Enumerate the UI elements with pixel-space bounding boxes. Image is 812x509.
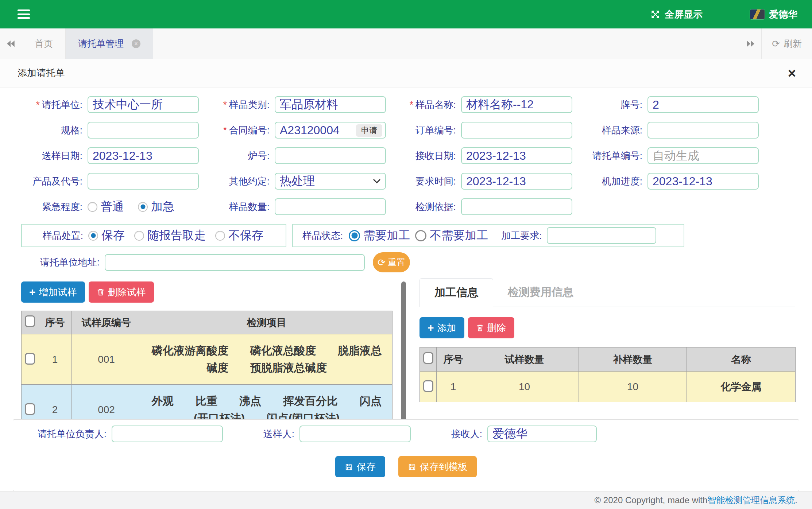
- refresh-button[interactable]: ⟳ 刷新: [761, 28, 812, 59]
- reset-button[interactable]: ⟳ 重置: [373, 252, 410, 272]
- qtyd-select[interactable]: 热处理: [275, 173, 386, 190]
- sample-table-row[interactable]: 2 002 外观 比重 沸点 挥发百分比 闪点(开口杯法) 闪点(闭口杯法): [22, 385, 393, 422]
- label-qtdw: *请托单位:: [18, 98, 88, 111]
- dialog-title: 添加请托单: [18, 67, 65, 79]
- sample-disposal-group: 样品处置: 保存 随报告取走 不保存: [21, 224, 286, 247]
- cpjdh-input[interactable]: [88, 173, 199, 190]
- radio-icon: [215, 231, 225, 241]
- items-cell: 外观 比重 沸点 挥发百分比 闪点(开口杯法) 闪点(闭口杯法): [141, 385, 393, 422]
- tabs-scroll-right-button[interactable]: [739, 28, 761, 59]
- tab-home[interactable]: 首页: [22, 28, 66, 59]
- disposal-option-take-with-report[interactable]: 随报告取走: [134, 228, 206, 244]
- jjjd-input[interactable]: [647, 173, 759, 190]
- ph-input[interactable]: [647, 96, 759, 113]
- vertical-scrollbar-thumb[interactable]: [401, 281, 406, 422]
- yplb-input[interactable]: [275, 96, 386, 113]
- fullscreen-label: 全屏显示: [665, 8, 703, 21]
- col-seq: 序号: [38, 311, 72, 334]
- urgency-option-rush[interactable]: 加急: [138, 199, 174, 215]
- label-yply: 样品来源:: [572, 124, 647, 137]
- disposal-option-discard[interactable]: 不保存: [215, 228, 263, 244]
- col-sample-code: 试样原编号: [72, 311, 141, 334]
- ddbh-input[interactable]: [461, 122, 572, 139]
- trash-icon: [97, 288, 105, 296]
- label-jsr: 接收人:: [411, 428, 487, 440]
- tab-request-order[interactable]: 请托单管理 ×: [66, 28, 153, 59]
- radio-icon: [349, 230, 360, 241]
- plus-icon: +: [29, 287, 36, 298]
- row-checkbox[interactable]: [25, 403, 35, 415]
- user-menu[interactable]: 爱德华: [750, 8, 797, 21]
- code-cell: 001: [72, 334, 141, 385]
- qtdwdz-input[interactable]: [105, 254, 365, 271]
- label-syrq: 送样日期:: [18, 149, 88, 162]
- jgyq-input[interactable]: [547, 227, 656, 244]
- fullscreen-button[interactable]: 全屏显示: [650, 8, 703, 21]
- seq-cell: 1: [437, 372, 470, 402]
- yply-input[interactable]: [647, 122, 759, 139]
- label-fzr: 请托单位负责人:: [13, 428, 112, 440]
- ypmc-input[interactable]: [461, 96, 572, 113]
- radio-icon: [138, 202, 148, 212]
- contract-apply-button[interactable]: 申请: [356, 124, 382, 137]
- yqsj-input[interactable]: [461, 173, 572, 190]
- label-ypmc: *样品名称:: [386, 98, 461, 111]
- col-seq: 序号: [437, 347, 470, 372]
- dialog-close-icon[interactable]: ×: [788, 66, 796, 80]
- lh-input[interactable]: [275, 147, 386, 164]
- col-supplement-qty: 补样数量: [579, 347, 687, 372]
- select-all-checkbox[interactable]: [423, 352, 433, 364]
- label-jjcd: 紧急程度:: [18, 201, 88, 213]
- tab-processing-info[interactable]: 加工信息: [419, 278, 493, 307]
- save-to-template-button[interactable]: 保存到模板: [398, 456, 477, 477]
- row-checkbox[interactable]: [25, 353, 35, 365]
- syr-input[interactable]: [299, 426, 411, 442]
- fzr-input[interactable]: [112, 426, 223, 442]
- system-link[interactable]: 智能检测管理信息系统: [707, 494, 795, 506]
- jsrq-input[interactable]: [461, 147, 572, 164]
- radio-icon: [88, 231, 98, 241]
- add-processing-button[interactable]: + 添加: [419, 317, 464, 338]
- tab-test-fee-info[interactable]: 检测费用信息: [493, 278, 588, 307]
- trash-icon: [476, 324, 484, 332]
- items-cell: 磷化液游离酸度 磷化液总酸度 脱脂液总碱度 预脱脂液总碱度: [141, 334, 393, 385]
- status-option-need-processing[interactable]: 需要加工: [349, 228, 410, 244]
- required-mark: *: [36, 99, 40, 110]
- label-htbh: *合同编号:: [199, 124, 275, 137]
- label-ypsl: 样品数量:: [199, 201, 275, 213]
- tab-close-icon[interactable]: ×: [132, 39, 140, 48]
- radio-icon: [88, 202, 97, 212]
- delete-sample-button[interactable]: 删除试样: [89, 281, 154, 303]
- user-avatar: [750, 9, 765, 19]
- label-syr: 送样人:: [223, 428, 299, 440]
- name-cell: 化学金属: [687, 372, 796, 402]
- tab-home-label: 首页: [35, 38, 53, 50]
- tabs-scroll-left-button[interactable]: [0, 28, 22, 59]
- label-qtdbh: 请托单编号:: [572, 149, 647, 162]
- processing-table-row[interactable]: 1 10 10 化学金属: [420, 372, 796, 402]
- label-jgyq: 加工要求:: [501, 229, 547, 242]
- add-sample-button[interactable]: + 增加试样: [21, 281, 85, 303]
- status-option-no-processing[interactable]: 不需要加工: [415, 228, 488, 244]
- ypsl-input[interactable]: [275, 198, 386, 215]
- qtdw-input[interactable]: [88, 96, 199, 113]
- save-button[interactable]: 保存: [335, 456, 385, 477]
- label-qtdwdz: 请托单位地址:: [18, 256, 105, 269]
- jsr-input[interactable]: [487, 426, 597, 442]
- qtdbh-input[interactable]: [647, 147, 759, 164]
- label-ypcz: 样品处置:: [22, 229, 88, 242]
- gg-input[interactable]: [88, 122, 199, 139]
- disposal-option-keep[interactable]: 保存: [88, 228, 125, 244]
- menu-toggle-icon[interactable]: [18, 9, 30, 19]
- label-qtyd: 其他约定:: [199, 175, 275, 188]
- jcyj-input[interactable]: [461, 198, 572, 215]
- delete-processing-button[interactable]: 删除: [468, 317, 514, 338]
- col-test-items: 检测项目: [141, 311, 393, 334]
- label-yqsj: 要求时间:: [386, 175, 461, 188]
- syrq-input[interactable]: [88, 147, 199, 164]
- sample-table-row[interactable]: 1 001 磷化液游离酸度 磷化液总酸度 脱脂液总碱度 预脱脂液总碱度: [22, 334, 393, 385]
- username: 爱德华: [769, 8, 797, 21]
- select-all-checkbox[interactable]: [25, 315, 35, 327]
- urgency-option-normal[interactable]: 普通: [88, 199, 124, 215]
- row-checkbox[interactable]: [423, 380, 433, 392]
